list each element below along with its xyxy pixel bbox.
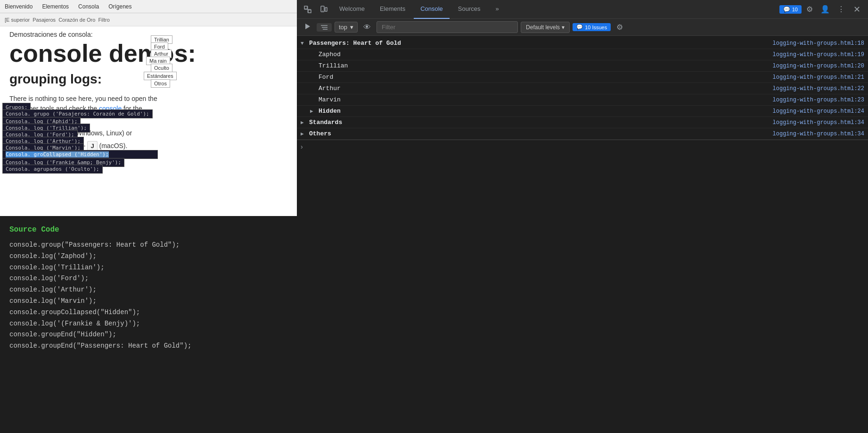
context-value: top [339, 24, 347, 31]
table-row[interactable]: Marvin logging-with-groups.html:23 [297, 94, 868, 106]
code-line-5: console.log('Arthur'); [9, 284, 287, 296]
link-hidden[interactable]: logging-with-groups.html:24 [773, 108, 864, 115]
devtools-device-icon[interactable] [317, 3, 331, 16]
table-row[interactable]: Arthur logging-with-groups.html:22 [297, 83, 868, 94]
clear-console-button[interactable] [301, 21, 314, 33]
breadcrumb-superior[interactable]: [E superior [5, 17, 30, 23]
context-dropdown-icon: ▾ [350, 24, 353, 31]
console-input-row: › [297, 140, 868, 153]
breadcrumb: [E superior Pasajeros Corazón de Oro Fil… [0, 13, 297, 26]
menu-consola[interactable]: Consola [78, 3, 99, 10]
expand-arrow-passengers[interactable] [301, 41, 306, 46]
code-line-2: console.log('Zaphod'); [9, 251, 287, 262]
tab-console[interactable]: Console [414, 0, 450, 19]
code-line-4: console.log('Ford'); [9, 273, 287, 284]
log-trillian: Trillian [319, 62, 773, 69]
groups-button[interactable] [317, 23, 332, 32]
link-others[interactable]: logging-with-groups.html:34 [773, 131, 864, 137]
devtools-tabbar: Welcome Elements Console Sources » 💬 10 … [297, 0, 868, 19]
table-row[interactable]: Passengers: Heart of Gold logging-with-g… [297, 38, 868, 49]
code-line-3: console.log('Trillian'); [9, 262, 287, 274]
devtools-panel: Welcome Elements Console Sources » 💬 10 … [297, 0, 868, 433]
table-row[interactable]: Zaphod logging-with-groups.html:19 [297, 49, 868, 60]
code-line-9: console.groupEnd("Hidden"); [9, 329, 287, 341]
more-menu-icon[interactable]: ⋮ [835, 3, 848, 16]
code-line-1: console.group("Passengers: Heart of Gold… [9, 240, 287, 251]
link-passengers[interactable]: logging-with-groups.html:18 [773, 40, 864, 47]
code-line-8: console.log('(Frankie & Benjy)'); [9, 318, 287, 330]
svg-rect-1 [308, 10, 311, 13]
log-zaphod: Zaphod [319, 51, 773, 58]
tab-welcome[interactable]: Welcome [333, 0, 371, 19]
link-standards[interactable]: logging-with-groups.html:34 [773, 119, 864, 126]
settings-gear-icon[interactable]: ⚙ [803, 3, 816, 16]
svg-marker-7 [305, 24, 310, 29]
code-line-10: console.groupEnd("Passengers: Heart of G… [9, 341, 287, 352]
console-settings-icon[interactable]: ⚙ [614, 21, 626, 33]
eye-button[interactable]: 👁 [360, 22, 374, 33]
table-row[interactable]: Others logging-with-groups.html:34 [297, 128, 868, 140]
link-ford[interactable]: logging-with-groups.html:21 [773, 74, 864, 81]
issues-badge[interactable]: 💬 10 Issues [573, 23, 611, 31]
svg-rect-0 [304, 6, 307, 9]
log-marvin: Marvin [319, 96, 773, 103]
sync-icon[interactable]: 👤 [818, 3, 833, 16]
expand-arrow-hidden[interactable] [310, 108, 316, 114]
devtools-inspect-icon[interactable] [301, 3, 315, 16]
table-row[interactable]: Ford logging-with-groups.html:21 [297, 72, 868, 83]
close-devtools-button[interactable]: ✕ [850, 2, 864, 17]
link-arthur[interactable]: logging-with-groups.html:22 [773, 85, 864, 92]
source-code-title: Source Code [9, 225, 287, 234]
code-overlay-agrupados: Consola. agrupados ('Oculto'); [2, 165, 103, 174]
log-ford: Ford [319, 74, 773, 81]
float-oculto: Oculto [151, 64, 172, 72]
expand-arrow-standards[interactable] [301, 119, 306, 125]
levels-arrow-icon: ▾ [562, 24, 565, 31]
group-hidden: Hidden [319, 108, 773, 115]
group-others: Others [309, 130, 773, 137]
log-arthur: Arthur [319, 85, 773, 92]
code-line-6: console.log('Marvin'); [9, 296, 287, 307]
source-code-body: console.group("Passengers: Heart of Gold… [9, 240, 287, 352]
console-output: Passengers: Heart of Gold logging-with-g… [297, 36, 868, 433]
tab-more[interactable]: » [489, 0, 506, 19]
group-standards: Standards [309, 119, 773, 126]
table-row[interactable]: Trillian logging-with-groups.html:20 [297, 60, 868, 72]
menu-bienvenido[interactable]: Bienvenido [5, 3, 33, 10]
issues-count: 10 Issues [585, 25, 607, 30]
left-menu-bar: Bienvenido Elementos Consola Orígenes [0, 0, 297, 13]
levels-label: Default levels [526, 24, 560, 31]
breadcrumb-filtro[interactable]: Filtro [98, 17, 109, 23]
console-prompt-icon: › [301, 143, 303, 150]
levels-dropdown[interactable]: Default levels ▾ [521, 22, 570, 33]
table-row[interactable]: Hidden logging-with-groups.html:24 [297, 106, 868, 117]
menu-elementos[interactable]: Elementos [42, 3, 69, 10]
left-panel: Bienvenido Elementos Consola Orígenes [E… [0, 0, 297, 433]
link-zaphod[interactable]: logging-with-groups.html:19 [773, 51, 864, 58]
group-passengers: Passengers: Heart of Gold [309, 40, 773, 47]
svg-rect-5 [325, 8, 327, 11]
expand-arrow-others[interactable] [301, 131, 306, 137]
console-toolbar: top ▾ 👁 Default levels ▾ 💬 10 Issues ⚙ [297, 19, 868, 36]
link-marvin[interactable]: logging-with-groups.html:23 [773, 97, 864, 103]
tab-sources[interactable]: Sources [451, 0, 487, 19]
filter-input[interactable] [377, 21, 518, 33]
svg-point-6 [322, 10, 323, 11]
tab-elements[interactable]: Elements [373, 0, 412, 19]
menu-origenes[interactable]: Orígenes [108, 3, 131, 10]
breadcrumb-pasajeros[interactable]: Pasajeros [33, 17, 56, 23]
table-row[interactable]: Standards logging-with-groups.html:34 [297, 117, 868, 128]
context-selector[interactable]: top ▾ [335, 22, 358, 33]
code-line-7: console.groupCollapsed("Hidden"); [9, 307, 287, 318]
page-title-small: Demostraciones de consola: [9, 31, 287, 38]
badge-count[interactable]: 💬 10 [779, 5, 802, 14]
float-otros: Otros [151, 79, 170, 88]
link-trillian[interactable]: logging-with-groups.html:20 [773, 63, 864, 69]
breadcrumb-corazon[interactable]: Corazón de Oro [58, 17, 95, 23]
source-code-section: Source Code console.group("Passengers: H… [0, 216, 297, 433]
